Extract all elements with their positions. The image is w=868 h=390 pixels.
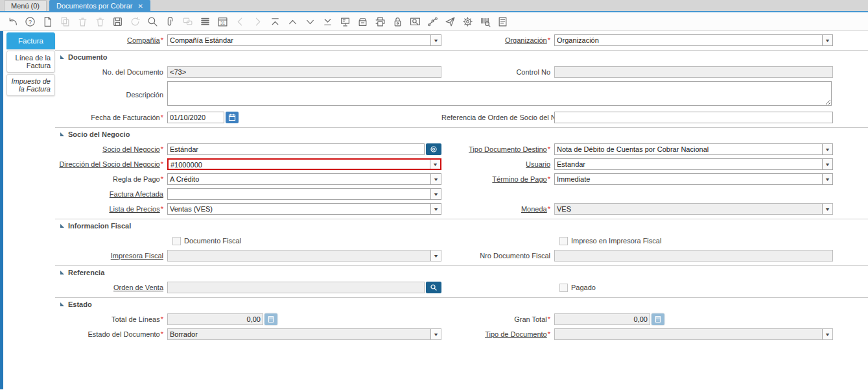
- chevron-down-icon[interactable]: ▼: [430, 329, 441, 339]
- sidebar-tab-impuesto-factura[interactable]: Impuesto de la Factura: [6, 74, 55, 96]
- toolbar-next-record-button[interactable]: [249, 13, 266, 30]
- moneda-select[interactable]: VES ▼: [554, 203, 833, 215]
- chevron-down-icon[interactable]: ▼: [430, 189, 441, 199]
- termino-pago-select[interactable]: Immediate ▼: [554, 173, 833, 185]
- orden-venta-input[interactable]: [167, 282, 425, 293]
- archive-icon: [357, 16, 368, 27]
- fecha-facturacion-input[interactable]: [167, 112, 224, 123]
- tipo-documento-destino-label: Tipo Documento Destino*: [441, 145, 554, 153]
- chevron-down-icon[interactable]: ▼: [822, 174, 832, 184]
- toolbar-previous-record-button[interactable]: [231, 13, 249, 30]
- chevron-down-icon[interactable]: ▼: [430, 35, 441, 45]
- total-lineas-input[interactable]: [167, 313, 263, 325]
- gran-total-input[interactable]: [554, 313, 650, 325]
- collapse-triangle-icon[interactable]: [60, 132, 64, 136]
- toolbar-delete-record-button[interactable]: [74, 13, 91, 30]
- toolbar-report-button[interactable]: [336, 13, 354, 30]
- toolbar-copy-record-button[interactable]: [56, 13, 74, 30]
- lista-precios-select[interactable]: Ventas (VES) ▼: [167, 203, 441, 215]
- regla-pago-label: Regla de Pago*: [55, 175, 167, 183]
- toolbar-lock-button[interactable]: [389, 13, 406, 30]
- nro-documento-fiscal-input[interactable]: [554, 250, 833, 262]
- tipo-documento-destino-select[interactable]: Nota de Débito de Cuentas por Cobrar Nac…: [554, 143, 833, 155]
- chevron-down-icon[interactable]: ▼: [822, 204, 832, 214]
- organizacion-label: Organización*: [441, 36, 554, 44]
- toolbar-save-button[interactable]: [109, 13, 126, 30]
- collapse-triangle-icon[interactable]: [60, 224, 64, 228]
- impreso-impresora-fiscal-checkbox[interactable]: [559, 237, 568, 245]
- toolbar-attachment-button[interactable]: [161, 13, 179, 30]
- collapse-triangle-icon[interactable]: [60, 55, 64, 59]
- referencia-orden-input[interactable]: [554, 112, 833, 123]
- chevron-down-icon[interactable]: ▼: [822, 35, 832, 45]
- toolbar-new-record-button[interactable]: [39, 13, 56, 30]
- total-lineas-calculator-button[interactable]: [264, 313, 277, 325]
- regla-pago-select[interactable]: A Crédito ▼: [167, 173, 441, 185]
- fecha-facturacion-label: Fecha de Facturación*: [55, 114, 167, 121]
- referencia-orden-label: Referencia de Orden de Socio del Negocio: [441, 114, 554, 121]
- collapse-triangle-icon[interactable]: [60, 302, 64, 306]
- refresh-icon: [130, 16, 141, 27]
- descripcion-textarea[interactable]: [167, 81, 832, 106]
- product-info-icon: [480, 16, 491, 27]
- toolbar-parent-record-button[interactable]: [284, 13, 301, 30]
- estado-documento-select[interactable]: Borrador ▼: [167, 328, 441, 340]
- sidebar-tab-linea-factura[interactable]: Línea de la Factura: [6, 51, 55, 73]
- socio-negocio-input[interactable]: [167, 143, 425, 155]
- toolbar-grid-toggle-button[interactable]: [196, 13, 214, 30]
- organizacion-select[interactable]: Organización ▼: [554, 34, 833, 46]
- chevron-down-icon[interactable]: ▼: [430, 204, 441, 214]
- toolbar-delete-selection-button[interactable]: [91, 13, 109, 30]
- new-record-icon: [42, 16, 53, 27]
- previous-record-icon: [235, 16, 246, 27]
- tipo-documento-select[interactable]: ▼: [554, 328, 833, 340]
- compania-select[interactable]: Compañía Estándar ▼: [167, 34, 441, 46]
- toolbar-print-document-button[interactable]: [494, 13, 511, 30]
- toolbar-print-button[interactable]: [371, 13, 389, 30]
- toolbar-zoom-across-button[interactable]: [406, 13, 424, 30]
- toolbar-first-record-button[interactable]: [266, 13, 284, 30]
- toolbar-detail-record-button[interactable]: [301, 13, 319, 30]
- chevron-down-icon[interactable]: ▼: [822, 159, 832, 169]
- calendar-picker-button[interactable]: [226, 112, 239, 123]
- toolbar-send-mail-button[interactable]: [441, 13, 459, 30]
- impresora-fiscal-select[interactable]: ▼: [167, 250, 441, 262]
- toolbar-workflow-button[interactable]: [424, 13, 441, 30]
- control-no-input[interactable]: [554, 66, 833, 78]
- tab-menu[interactable]: Menú (0): [4, 0, 47, 11]
- gran-total-calculator-button[interactable]: [651, 313, 664, 325]
- toolbar-find-button[interactable]: [144, 13, 161, 30]
- sidebar: Factura Línea de la Factura Impuesto de …: [0, 31, 55, 389]
- section-estado: Estado: [55, 297, 868, 310]
- chevron-down-icon[interactable]: ▼: [430, 160, 440, 169]
- sidebar-tab-factura[interactable]: Factura: [6, 32, 55, 49]
- save-icon: [112, 16, 123, 27]
- factura-afectada-select[interactable]: ▼: [167, 188, 441, 200]
- detail-record-icon: [305, 16, 316, 27]
- chevron-down-icon[interactable]: ▼: [430, 250, 441, 261]
- toolbar-undo-button[interactable]: [4, 13, 21, 30]
- documento-fiscal-checkbox[interactable]: [172, 237, 181, 245]
- toolbar-help-button[interactable]: ?: [21, 13, 39, 30]
- toolbar-preferences-button[interactable]: [459, 13, 476, 30]
- orden-venta-zoom-button[interactable]: [426, 282, 441, 293]
- toolbar-last-record-button[interactable]: [319, 13, 336, 30]
- bpartner-info-button[interactable]: [426, 143, 441, 155]
- toolbar-calendar-button[interactable]: 31: [214, 13, 231, 30]
- toolbar-refresh-button[interactable]: [126, 13, 144, 30]
- direccion-socio-select[interactable]: #1000000 ▼: [167, 158, 441, 170]
- no-documento-input[interactable]: [167, 66, 441, 78]
- toolbar-product-info-button[interactable]: [476, 13, 494, 30]
- close-icon[interactable]: ✕: [137, 3, 143, 10]
- chevron-down-icon[interactable]: ▼: [822, 329, 832, 339]
- usuario-select[interactable]: Estandar ▼: [554, 158, 833, 170]
- socio-negocio-label: Socio del Negocio*: [55, 145, 167, 153]
- toolbar-chat-button[interactable]: [179, 13, 196, 30]
- tab-documentos-por-cobrar[interactable]: Documentos por Cobrar ✕: [49, 0, 150, 11]
- chevron-down-icon[interactable]: ▼: [822, 144, 832, 154]
- collapse-triangle-icon[interactable]: [60, 271, 64, 274]
- pagado-checkbox[interactable]: [559, 284, 568, 292]
- toolbar-archive-button[interactable]: [354, 13, 371, 30]
- first-record-icon: [270, 16, 281, 27]
- chevron-down-icon[interactable]: ▼: [430, 174, 441, 184]
